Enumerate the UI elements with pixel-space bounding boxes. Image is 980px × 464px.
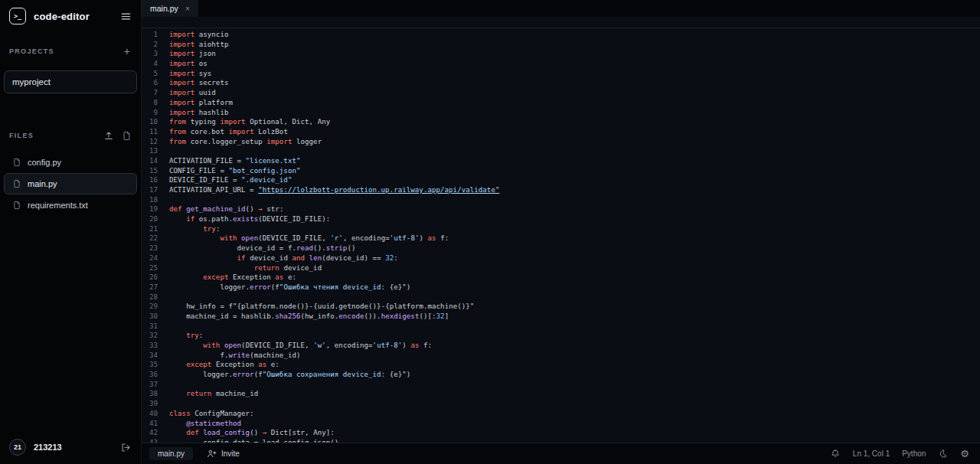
code-line: 20 if os.path.exists(DEVICE_ID_FILE): [142,214,980,224]
line-number: 7 [142,88,158,98]
line-number: 39 [142,399,158,409]
line-number: 41 [142,419,158,429]
line-number: 5 [142,69,158,79]
code-line: 8import platform [142,98,980,108]
code-line: 1import asyncio [142,30,980,40]
close-tab-icon[interactable]: × [185,5,190,13]
add-project-button[interactable]: + [122,46,132,57]
code-text: import uuid [169,88,216,98]
code-text: device_id = f.read().strip() [169,243,355,253]
projects-section-header: PROJECTS + [0,44,141,58]
code-text: return device_id [169,263,322,273]
terminal-logo-icon: >_ [9,8,26,25]
line-number: 3 [142,49,158,59]
code-line: 40class ConfigManager: [142,409,980,419]
file-item-main-py[interactable]: main.py [4,173,137,194]
settings-gear-icon[interactable]: ⚙ [960,448,969,459]
code-text: class ConfigManager: [169,409,254,419]
menu-icon[interactable] [120,11,132,22]
line-number: 28 [142,292,158,302]
line-number: 25 [142,263,158,273]
code-line: 36 logger.error(f"Ошибка сохранения devi… [142,370,980,380]
code-text: if device_id and len(device_id) == 32: [169,253,398,263]
line-number: 10 [142,117,158,127]
code-editor[interactable]: 1import asyncio2import aiohttp3import js… [142,28,980,443]
code-text: import hashlib [169,108,228,118]
line-number: 11 [142,127,158,137]
code-text: try: [169,331,203,341]
code-text: def get_machine_id() → str: [169,204,283,214]
theme-moon-icon[interactable] [938,449,948,459]
code-text: return machine_id [169,389,258,399]
line-number: 8 [142,98,158,108]
project-item-myproject[interactable]: myproject [4,70,137,93]
line-number: 35 [142,360,158,370]
line-number: 30 [142,312,158,322]
line-number: 27 [142,283,158,292]
line-number: 1 [142,30,158,40]
code-line: 32 try: [142,331,980,341]
code-text: ACTIVATION_FILE = "license.txt" [169,156,301,166]
code-line: 19def get_machine_id() → str: [142,204,980,214]
line-number: 37 [142,380,158,390]
code-line: 21 try: [142,224,980,234]
language-mode[interactable]: Python [902,449,926,458]
code-text: import platform [169,98,233,108]
line-number: 9 [142,108,158,118]
file-icon [12,158,21,167]
line-number: 20 [142,214,158,224]
sidebar-header: >_ code-editor [0,0,141,32]
line-number: 17 [142,185,158,195]
avatar[interactable]: 21 [9,439,26,456]
status-file-chip[interactable]: main.py [149,447,193,460]
code-line: 2import aiohttp [142,40,980,50]
invite-label: Invite [221,449,240,458]
line-number: 14 [142,156,158,166]
code-line: 24 if device_id and len(device_id) == 32… [142,253,980,263]
code-line: 25 return device_id [142,263,980,273]
projects-label: PROJECTS [9,47,122,55]
invite-button[interactable]: Invite [207,449,240,459]
line-number: 13 [142,146,158,156]
code-text: from typing import Optional, Dict, Any [169,117,330,127]
code-line: 23 device_id = f.read().strip() [142,243,980,253]
line-number: 6 [142,78,158,88]
code-text: hw_info = f"{platform.node()}-{uuid.getn… [169,302,474,312]
code-line: 4import os [142,59,980,69]
code-line: 33 with open(DEVICE_ID_FILE, 'w', encodi… [142,341,980,351]
files-label: FILES [9,132,103,139]
code-text: from core.logger_setup import logger [169,137,322,147]
code-text: except Exception as e: [169,360,279,370]
file-item-config-py[interactable]: config.py [4,152,137,173]
sidebar-footer: 21 213213 [0,430,141,464]
code-line: 35 except Exception as e: [142,360,980,370]
code-line: 6import secrets [142,78,980,88]
app-title: code-editor [34,11,113,22]
file-item-requirements-txt[interactable]: requirements.txt [4,194,137,216]
notifications-bell-icon[interactable] [830,449,841,459]
file-list: config.pymain.pyrequirements.txt [0,152,141,216]
tab-main-py[interactable]: main.py × [142,0,198,17]
code-text: import secrets [169,78,228,88]
line-number: 29 [142,302,158,312]
main-area: main.py × 1import asyncio2import aiohttp… [142,0,980,464]
line-number: 32 [142,331,158,341]
line-number: 26 [142,273,158,283]
cursor-position[interactable]: Ln 1, Col 1 [853,449,890,458]
code-text: import asyncio [169,30,228,40]
files-section-header: FILES [0,129,141,142]
app-window: >_ code-editor PROJECTS + myproject FILE… [0,0,980,464]
code-text: import os [169,59,207,69]
sign-out-icon[interactable] [120,442,132,453]
new-file-icon[interactable] [122,131,132,141]
line-number: 2 [142,40,158,50]
code-line: 12from core.logger_setup import logger [142,137,980,147]
file-name: requirements.txt [28,201,88,210]
code-line: 39 [142,399,980,409]
code-line: 27 logger.error(f"Ошибка чтения device_i… [142,283,980,292]
code-line: 22 with open(DEVICE_ID_FILE, 'r', encodi… [142,234,980,243]
sidebar: >_ code-editor PROJECTS + myproject FILE… [0,0,142,464]
upload-file-icon[interactable] [103,130,114,141]
line-number: 21 [142,224,158,234]
code-text: logger.error(f"Ошибка сохранения device_… [169,370,410,380]
